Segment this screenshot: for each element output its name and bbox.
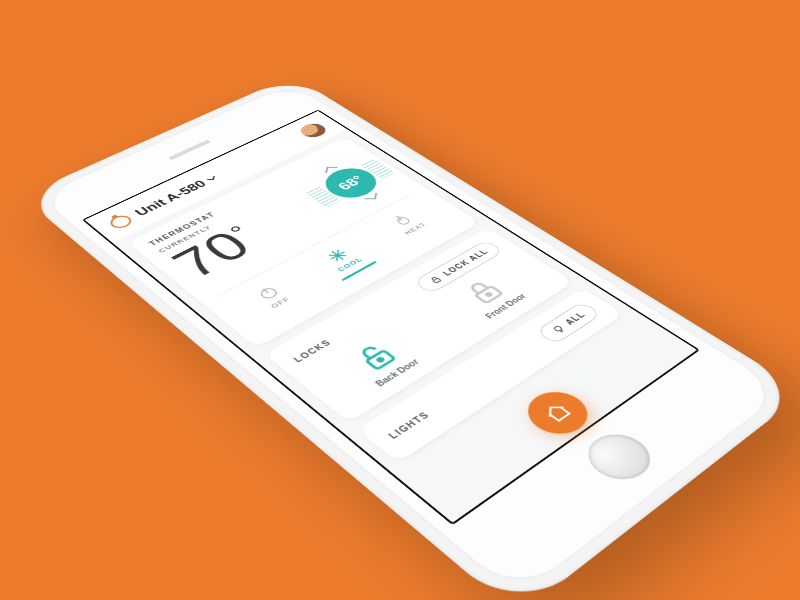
lights-title: LIGHTS — [387, 410, 432, 440]
avatar[interactable] — [295, 121, 331, 141]
app-screen: Unit A-580 THERMOSTAT CURRENTLY 70° — [82, 110, 700, 526]
phone-home-button[interactable] — [576, 426, 663, 489]
svg-point-0 — [258, 287, 279, 300]
chevron-down-icon — [203, 173, 221, 183]
bulb-icon — [549, 323, 568, 335]
phone-bezel: Unit A-580 THERMOSTAT CURRENTLY 70° — [37, 83, 787, 599]
svg-point-8 — [377, 358, 384, 362]
brand-logo-icon — [106, 213, 135, 230]
svg-point-11 — [553, 326, 562, 332]
locks-title: LOCKS — [292, 338, 333, 363]
svg-rect-6 — [433, 278, 441, 283]
lock-back-door[interactable]: Back Door — [343, 335, 421, 388]
lock-icon — [427, 274, 445, 285]
phone-speaker — [168, 139, 212, 160]
lock-front-door[interactable]: Front Door — [453, 272, 528, 320]
lights-all-button[interactable]: ALL — [535, 301, 603, 345]
setpoint-value: 68° — [334, 173, 368, 192]
svg-point-10 — [486, 293, 492, 297]
lock-icon — [458, 275, 511, 309]
phone-device-frame: Unit A-580 THERMOSTAT CURRENTLY 70° — [21, 75, 800, 600]
